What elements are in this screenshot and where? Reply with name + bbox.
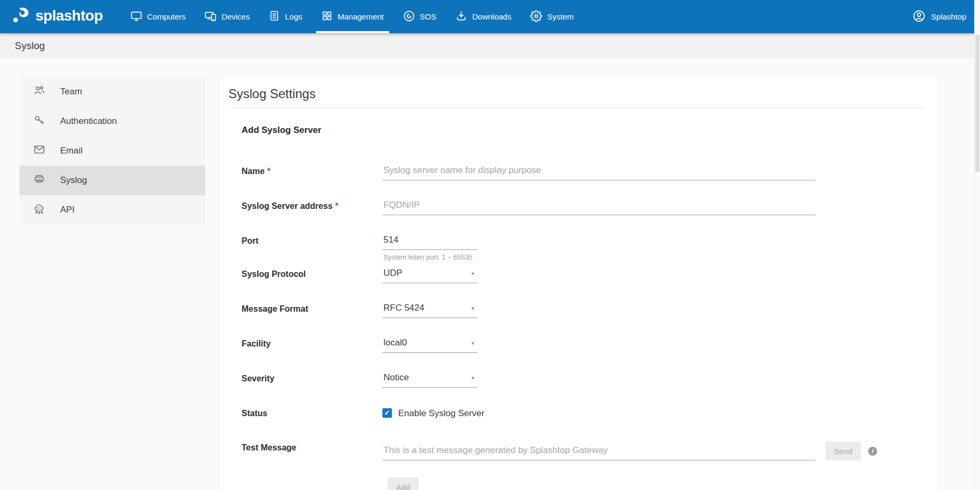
nav-label: Devices: [222, 12, 249, 21]
add-button[interactable]: Add: [388, 477, 419, 490]
form-row-test-message: Test Message Send i: [242, 441, 925, 460]
download-icon: [455, 10, 467, 24]
test-message-label: Test Message: [242, 441, 382, 453]
port-label: Port: [242, 235, 382, 246]
severity-value: Notice: [383, 372, 409, 383]
chevron-down-icon: ▼: [470, 303, 475, 311]
syslog-icon: LOG: [33, 173, 45, 188]
nav-system[interactable]: System: [522, 0, 582, 33]
server-address-label: Syslog Server address*: [242, 200, 382, 211]
team-icon: [33, 84, 45, 99]
add-syslog-server-form: Name* Syslog Server address* Port System…: [242, 165, 925, 490]
svg-text:LOG: LOG: [37, 178, 41, 180]
nav-label: Logs: [285, 12, 302, 21]
sidebar-item-email[interactable]: Email: [20, 136, 205, 166]
scrollbar-thumb[interactable]: [975, 35, 979, 172]
form-row-message-format: Message Format RFC 5424 ▼: [242, 303, 925, 318]
status-label: Status: [242, 407, 382, 418]
name-input[interactable]: [382, 165, 815, 180]
card-title: Syslog Settings: [227, 87, 925, 108]
nav-sos[interactable]: SOS: [395, 0, 445, 33]
key-icon: [33, 114, 45, 129]
nav-label: Computers: [147, 12, 186, 21]
port-input[interactable]: [382, 235, 477, 250]
form-row-server-address: Syslog Server address*: [242, 200, 925, 215]
protocol-value: UDP: [383, 268, 402, 278]
enable-syslog-label: Enable Syslog Server: [398, 407, 484, 419]
form-row-status: Status ✓ Enable Syslog Server: [242, 407, 925, 422]
form-row-protocol: Syslog Protocol UDP ▼: [242, 268, 925, 283]
severity-label: Severity: [242, 372, 382, 383]
sidebar-item-api[interactable]: API API: [20, 195, 205, 225]
chevron-down-icon: ▼: [470, 338, 475, 346]
facility-value: local0: [383, 338, 407, 348]
gear-icon: [530, 10, 542, 24]
syslog-settings-card: Syslog Settings Add Syslog Server Name* …: [219, 77, 938, 490]
breadcrumb-bar: Syslog: [0, 33, 980, 58]
computers-icon: [130, 10, 142, 24]
chevron-down-icon: ▼: [470, 268, 475, 276]
enable-syslog-checkbox[interactable]: ✓: [382, 408, 392, 418]
sidebar-item-label: Email: [60, 146, 83, 156]
sidebar-item-label: Syslog: [60, 175, 87, 186]
send-button[interactable]: Send: [825, 441, 861, 460]
message-format-select[interactable]: RFC 5424 ▼: [382, 303, 477, 318]
nav-downloads[interactable]: Downloads: [447, 0, 520, 33]
user-icon: [912, 9, 926, 24]
logs-icon: [268, 10, 280, 23]
nav-label: Management: [338, 12, 384, 21]
form-row-facility: Facility local0 ▼: [242, 338, 925, 353]
splashtop-logo[interactable]: splashtop: [12, 0, 103, 33]
brand-text: splashtop: [35, 7, 103, 26]
protocol-label: Syslog Protocol: [242, 268, 382, 279]
envelope-icon: [33, 143, 45, 158]
nav-management[interactable]: Management: [313, 0, 392, 33]
server-address-input[interactable]: [382, 200, 815, 215]
sidebar-item-label: API: [60, 205, 74, 215]
nav-label: SOS: [420, 12, 437, 21]
facility-label: Facility: [242, 338, 382, 349]
section-title: Add Syslog Server: [242, 125, 925, 136]
protocol-select[interactable]: UDP ▼: [382, 268, 477, 283]
account-name: Splashtop: [931, 12, 966, 21]
form-row-severity: Severity Notice ▼: [242, 372, 925, 388]
message-format-label: Message Format: [242, 303, 382, 314]
splashtop-logo-icon: [12, 7, 31, 27]
management-icon: [321, 10, 333, 23]
port-field-group: System listen port: 1 ~ 65535: [382, 235, 477, 261]
form-row-name: Name*: [242, 165, 925, 180]
sidebar-item-authentication[interactable]: Authentication: [20, 107, 205, 136]
test-message-group: Send i: [382, 441, 877, 460]
vertical-scrollbar[interactable]: [974, 0, 980, 490]
settings-sidebar: Team Authentication Email: [20, 77, 205, 225]
info-icon[interactable]: i: [868, 447, 877, 456]
required-asterisk: *: [335, 201, 339, 210]
nav-devices[interactable]: Devices: [196, 0, 258, 33]
page-title: Syslog: [15, 40, 45, 52]
port-helper-text: System listen port: 1 ~ 65535: [382, 253, 477, 261]
sos-icon: [403, 10, 415, 24]
primary-nav: Computers Devices Logs: [121, 0, 583, 33]
chevron-down-icon: ▼: [470, 372, 475, 381]
add-button-row: Add: [388, 477, 925, 490]
top-navigation-bar: splashtop Computers Devices: [0, 0, 980, 33]
sidebar-item-syslog[interactable]: LOG Syslog: [20, 166, 205, 195]
content-area: Team Authentication Email: [0, 58, 980, 490]
svg-text:API: API: [37, 207, 41, 209]
account-menu[interactable]: Splashtop: [912, 0, 966, 33]
severity-select[interactable]: Notice ▼: [382, 372, 477, 388]
nav-label: Downloads: [472, 12, 511, 21]
nav-label: System: [547, 12, 573, 21]
api-cloud-icon: API: [33, 203, 45, 217]
devices-icon: [205, 10, 217, 24]
name-label: Name*: [242, 165, 382, 176]
sidebar-item-label: Team: [60, 87, 82, 97]
nav-logs[interactable]: Logs: [260, 0, 311, 33]
sidebar-item-team[interactable]: Team: [20, 77, 205, 107]
nav-computers[interactable]: Computers: [122, 0, 194, 33]
required-asterisk: *: [267, 167, 271, 176]
facility-select[interactable]: local0 ▼: [382, 338, 477, 353]
test-message-input[interactable]: [382, 445, 815, 460]
message-format-value: RFC 5424: [383, 303, 424, 313]
sidebar-item-label: Authentication: [60, 116, 117, 127]
